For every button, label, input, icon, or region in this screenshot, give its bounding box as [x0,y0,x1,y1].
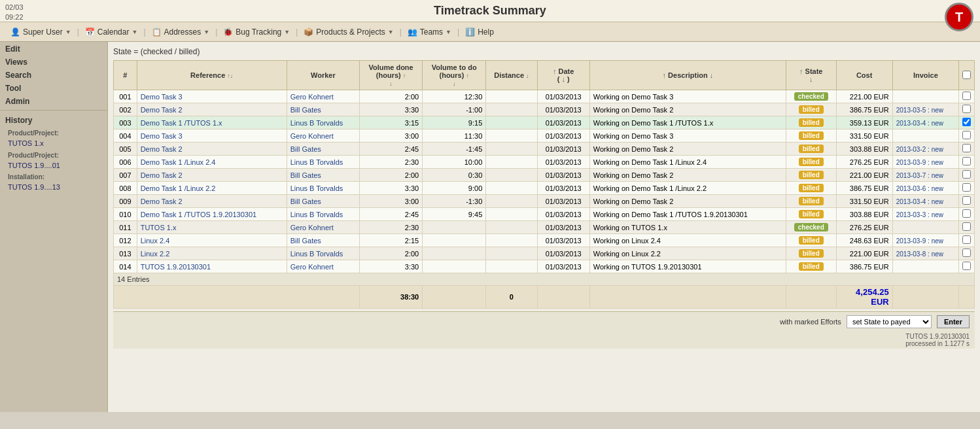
row-checkbox[interactable] [962,196,971,205]
row-checkbox[interactable] [962,157,971,165]
nav-teams[interactable]: 👥 Teams ▼ [402,26,457,38]
worker-link[interactable]: Gero Kohnert [290,224,334,232]
cell-check[interactable] [959,103,975,116]
sidebar-item-edit[interactable]: Edit [0,42,107,55]
row-checkbox[interactable] [962,105,971,113]
worker-link[interactable]: Bill Gates [290,106,321,114]
worker-link[interactable]: Gero Kohnert [290,93,334,101]
col-date[interactable]: ↑ Date( ↓ ) [537,61,589,90]
worker-link[interactable]: Bill Gates [290,237,321,245]
col-state[interactable]: ↑ State↓ [786,61,836,90]
row-checkbox[interactable] [962,262,971,270]
cell-vol-todo [423,221,486,234]
row-checkbox[interactable] [962,131,971,139]
ref-link[interactable]: Demo Task 2 [141,197,183,205]
sidebar-history-3[interactable]: Installation: TUTOS 1.9....13 [0,171,107,194]
cell-check[interactable] [959,260,975,273]
invoice-link[interactable]: 2013-03-6 : new [896,185,943,192]
worker-link[interactable]: Bill Gates [290,197,321,205]
action-enter-button[interactable]: Enter [937,315,970,328]
ref-link[interactable]: Demo Task 2 [141,106,183,114]
invoice-link[interactable]: 2013-03-9 : new [896,237,943,245]
ref-link[interactable]: TUTOS 1.9.20130301 [141,263,211,271]
cell-check[interactable] [959,116,975,129]
invoice-link[interactable]: 2013-03-9 : new [896,159,943,166]
invoice-link[interactable]: 2013-03-4 : new [896,198,943,205]
worker-link[interactable]: Gero Kohnert [290,263,334,271]
cell-vol-done: 2:00 [359,90,422,103]
worker-link[interactable]: Bill Gates [290,171,321,179]
col-vol-done[interactable]: Volume done(hours) ↑↓ [359,61,422,90]
cell-check[interactable] [959,129,975,143]
row-checkbox[interactable] [962,144,971,152]
cell-check[interactable] [959,143,975,156]
col-vol-todo[interactable]: Volume to do(hours) ↑↓ [423,61,486,90]
row-checkbox[interactable] [962,92,971,100]
nav-products[interactable]: 📦 Products & Projects ▼ [298,26,398,38]
cell-check[interactable] [959,90,975,103]
cell-check[interactable] [959,182,975,195]
ref-link[interactable]: Demo Task 1 /Linux 2.4 [141,158,216,166]
cell-check[interactable] [959,247,975,260]
invoice-link[interactable]: 2013-03-4 : new [896,120,943,127]
col-distance[interactable]: Distance ↓ [486,61,537,90]
sidebar-history-1[interactable]: Product/Project: TUTOS 1.x [0,128,107,150]
col-num[interactable]: # [114,61,137,90]
ref-link[interactable]: Demo Task 1 /Linux 2.2 [141,184,216,192]
nav-calendar[interactable]: 📅 Calendar ▼ [80,26,143,38]
row-checkbox[interactable] [962,170,971,179]
row-checkbox[interactable] [962,209,971,218]
action-select[interactable]: set State to payed set State to checked … [847,315,932,328]
worker-link[interactable]: Linus B Torvalds [290,211,343,218]
sidebar-item-views[interactable]: Views [0,55,107,68]
col-reference[interactable]: Reference ↑↓ [137,61,287,90]
cell-dist [486,182,537,195]
worker-link[interactable]: Gero Kohnert [290,132,334,140]
sidebar-history-2[interactable]: Product/Project: TUTOS 1.9....01 [0,150,107,172]
check-all[interactable] [962,71,971,79]
ref-link[interactable]: TUTOS 1.x [141,224,177,232]
ref-link[interactable]: Demo Task 1 /TUTOS 1.x [141,119,222,127]
ref-link[interactable]: Demo Task 2 [141,171,183,179]
invoice-link[interactable]: 2013-03-3 : new [896,211,943,218]
ref-link[interactable]: Demo Task 3 [141,132,183,140]
invoice-link[interactable]: 2013-03-5 : new [896,107,943,114]
row-checkbox[interactable] [962,118,971,126]
sidebar-item-search[interactable]: Search [0,68,107,81]
cell-check[interactable] [959,169,975,182]
ref-link[interactable]: Demo Task 1 /TUTOS 1.9.20130301 [141,211,257,218]
ref-link[interactable]: Linux 2.2 [141,250,170,258]
invoice-link[interactable]: 2013-03-7 : new [896,172,943,179]
col-description[interactable]: ↑ Description ↓ [589,61,786,90]
nav-bugtracking[interactable]: 🐞 Bug Tracking ▼ [218,26,295,38]
cell-check[interactable] [959,156,975,169]
worker-link[interactable]: Linus B Torvalds [290,184,343,192]
col-invoice[interactable]: Invoice [892,61,958,90]
ref-link[interactable]: Demo Task 3 [141,93,183,101]
nav-help[interactable]: ℹ️ Help [460,26,499,38]
cell-id: 004 [114,129,137,143]
row-checkbox[interactable] [962,249,971,257]
worker-link[interactable]: Linus B Torvalds [290,119,343,127]
worker-link[interactable]: Bill Gates [290,145,321,153]
row-checkbox[interactable] [962,222,971,231]
row-checkbox[interactable] [962,235,971,244]
worker-link[interactable]: Linus B Torvalds [290,158,343,166]
cell-check[interactable] [959,221,975,234]
ref-link[interactable]: Linux 2.4 [141,237,170,245]
sidebar-item-admin[interactable]: Admin [0,94,107,107]
invoice-link[interactable]: 2013-03-2 : new [896,146,943,153]
ref-link[interactable]: Demo Task 2 [141,145,183,153]
worker-link[interactable]: Linus B Torvalds [290,250,343,258]
sidebar-item-tool[interactable]: Tool [0,81,107,94]
cell-check[interactable] [959,208,975,221]
invoice-link[interactable]: 2013-03-8 : new [896,250,943,258]
cell-check[interactable] [959,234,975,247]
row-checkbox[interactable] [962,183,971,192]
col-worker[interactable]: Worker [287,61,359,90]
nav-superuser[interactable]: 👤 Super User ▼ [5,26,77,38]
col-cost[interactable]: Cost [836,61,892,90]
cell-check[interactable] [959,195,975,208]
nav-addresses[interactable]: 📋 Addresses ▼ [147,26,215,38]
col-check[interactable] [959,61,975,90]
